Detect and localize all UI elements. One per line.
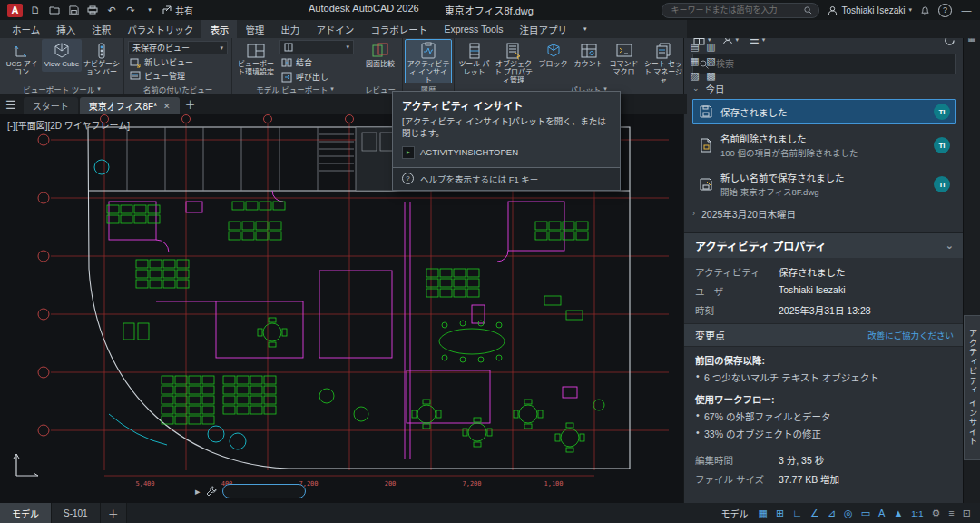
model-tab[interactable]: モデル: [0, 503, 52, 523]
ribbon-tab-collaborate[interactable]: コラボレート: [362, 20, 436, 38]
qat-dropdown-icon[interactable]: ▾: [143, 6, 156, 14]
ribbon-tab-annotate[interactable]: 注釈: [83, 20, 119, 38]
polar-tracking-icon[interactable]: ∠: [810, 508, 819, 519]
sheet-set-manager-button[interactable]: シート セット マネージャ: [642, 39, 685, 83]
ucs-icon[interactable]: [13, 449, 44, 479]
properties-palette-button[interactable]: オブジェクト プロパティ管理: [492, 39, 535, 83]
activity-item-saved[interactable]: 保存されました TI: [692, 99, 956, 124]
join-viewports-button[interactable]: 結合: [279, 55, 354, 69]
file-tabs-menu-icon[interactable]: ☰: [5, 98, 16, 112]
blocks-palette-button[interactable]: ブロック: [535, 39, 571, 72]
new-layout-icon[interactable]: ＋: [101, 503, 127, 523]
restore-viewport-button[interactable]: 呼び出し: [279, 70, 354, 83]
layout-tab-s101[interactable]: S-101: [52, 503, 101, 523]
lineweight-icon[interactable]: ▭: [861, 508, 870, 519]
close-tab-icon[interactable]: ✕: [163, 102, 171, 111]
minimize-icon[interactable]: —: [960, 5, 973, 15]
ribbon-tab-addins[interactable]: アドイン: [308, 20, 362, 38]
dimension-label: 5,400: [135, 480, 154, 488]
drawing-compare-button[interactable]: 図面比較: [360, 39, 400, 72]
new-tab-icon[interactable]: ＋: [185, 96, 196, 112]
ortho-mode-icon[interactable]: ∟: [792, 508, 802, 518]
navigation-bar-button[interactable]: ナビゲーション バー: [82, 39, 122, 80]
annotation-autoscale-icon[interactable]: ▲: [893, 508, 903, 518]
search-input[interactable]: [669, 5, 799, 15]
tab-drawing[interactable]: 東京オフィス8F* ✕: [80, 97, 180, 114]
view-cube-icon: [53, 42, 71, 60]
activity-insight-vertical-tab[interactable]: アクティビティ インサイト: [964, 315, 980, 460]
collapse-chevron-icon[interactable]: ⌄: [946, 240, 954, 252]
panel-review: 図面比較 レビュー: [358, 38, 403, 94]
viewport-controls[interactable]: [-][平面図][2D ワイヤフレーム]: [7, 118, 130, 132]
model-space-label[interactable]: モデル: [721, 507, 749, 520]
panel-label-model-viewports[interactable]: モデル ビューポート▾: [232, 83, 358, 94]
panel-label-viewport-tools[interactable]: ビューポート ツール▾: [0, 83, 123, 94]
command-options-icon[interactable]: ▸: [195, 486, 201, 498]
lights-icon[interactable]: ▨: [687, 70, 702, 83]
command-input[interactable]: [222, 484, 306, 498]
panel-viewport-tools: UCS アイコン View Cube ナビゲーション バー ビューポート ツール…: [0, 38, 124, 94]
redo-icon[interactable]: ↷: [124, 5, 137, 16]
plot-icon[interactable]: [86, 5, 99, 15]
view-manager-button[interactable]: ビュー管理: [128, 70, 228, 82]
annotation-scale-button[interactable]: 1:1: [911, 508, 923, 518]
save-icon[interactable]: [67, 5, 80, 15]
ribbon-tab-featured-apps[interactable]: 注目アプリ: [512, 20, 576, 38]
ribbon-tab-home[interactable]: ホーム: [4, 20, 48, 38]
named-viewport-dropdown[interactable]: ▾: [279, 40, 354, 54]
ribbon-tab-output[interactable]: 出力: [272, 20, 308, 38]
command-macros-button[interactable]: コマンド マクロ: [606, 39, 642, 80]
changes-section-header: 変更点 改善にご協力ください: [684, 323, 965, 347]
tool-palettes-button[interactable]: ツール パレット: [456, 39, 492, 80]
search-box[interactable]: [662, 3, 819, 18]
quickcalc-icon[interactable]: ▦: [687, 55, 702, 69]
help-icon[interactable]: ?: [938, 4, 952, 17]
ribbon-tab-parametric[interactable]: パラメトリック: [119, 20, 201, 38]
feedback-link[interactable]: 改善にご協力ください: [867, 329, 954, 341]
view-cube-button[interactable]: View Cube: [42, 39, 82, 72]
grid-display-icon[interactable]: ▦: [759, 508, 768, 519]
group-today[interactable]: ⌄ 今日: [692, 80, 956, 96]
tab-start[interactable]: スタート: [24, 97, 78, 114]
notification-bell-icon[interactable]: [920, 5, 930, 15]
group-date[interactable]: › 2025年3月20日木曜日: [692, 205, 956, 222]
open-folder-icon[interactable]: [48, 5, 61, 15]
activity-insight-button[interactable]: アクティビティ インサイト: [405, 39, 452, 83]
ribbon-tab-express-tools[interactable]: Express Tools: [436, 20, 511, 38]
palette-search-box[interactable]: [692, 54, 956, 74]
customization-menu-icon[interactable]: ≡: [948, 508, 954, 518]
snap-mode-icon[interactable]: ⊞: [776, 508, 784, 519]
external-refs-icon[interactable]: ▧: [703, 55, 719, 69]
palette-search-input[interactable]: [714, 58, 949, 70]
object-snap-icon[interactable]: ◎: [844, 508, 853, 519]
isometric-drafting-icon[interactable]: ⊿: [828, 508, 836, 519]
markup-icon[interactable]: ▥: [703, 41, 719, 54]
activity-item-purged[interactable]: 名前削除されました 100 個の項目が名前削除されました TI: [692, 127, 956, 163]
undo-icon[interactable]: ↶: [105, 5, 118, 16]
activity-properties-header[interactable]: アクティビティ プロパティ ⌄: [684, 233, 965, 258]
panel-named-views: 未保存のビュー▾ 新しいビュー ビュー管理 名前の付いたビュー: [124, 38, 232, 94]
ucs-axes-icon: [13, 42, 31, 60]
workspace-gear-icon[interactable]: ⚙: [931, 508, 940, 519]
account-menu[interactable]: Toshiaki Isezaki ▾: [828, 5, 912, 15]
annotation-visibility-icon[interactable]: A: [878, 508, 885, 518]
current-view-dropdown[interactable]: 未保存のビュー▾: [128, 41, 228, 54]
materials-icon[interactable]: ▩: [703, 70, 719, 83]
new-view-button[interactable]: 新しいビュー: [128, 56, 228, 68]
new-drawing-icon[interactable]: 🗋: [29, 5, 42, 15]
ribbon-tab-view[interactable]: 表示: [201, 20, 237, 38]
ribbon-tab-manage[interactable]: 管理: [237, 20, 272, 38]
user-caret-icon: ▾: [908, 6, 912, 14]
share-button[interactable]: 共有: [162, 4, 193, 17]
count-palette-button[interactable]: カウント: [571, 39, 606, 72]
change-item: 6 つ少ないマルチ テキスト オブジェクト: [684, 369, 965, 386]
ribbon-tab-options-caret[interactable]: ▾: [575, 20, 595, 38]
activity-item-saved-as[interactable]: 新しい名前で保存されました 開始 東京オフィス8F.dwg TI: [692, 166, 956, 202]
dbconnect-icon[interactable]: ▤: [687, 41, 702, 54]
viewport-configuration-button[interactable]: ビューポート環境設定: [234, 39, 278, 80]
clean-screen-icon[interactable]: ⊡: [963, 508, 971, 519]
autocad-logo[interactable]: A: [7, 4, 23, 17]
customize-wrench-icon[interactable]: [206, 486, 217, 497]
ucs-icon-button[interactable]: UCS アイコン: [2, 39, 42, 80]
ribbon-tab-insert[interactable]: 挿入: [48, 20, 83, 38]
